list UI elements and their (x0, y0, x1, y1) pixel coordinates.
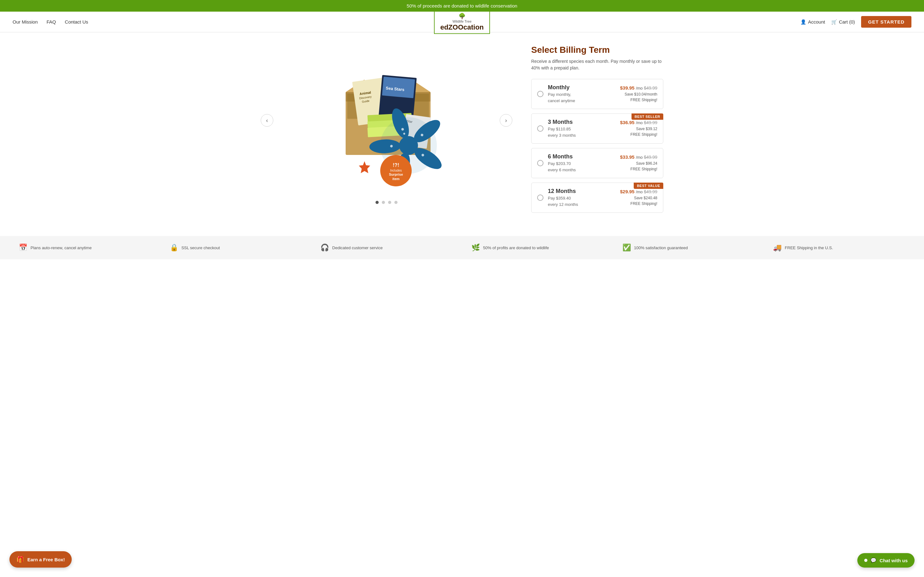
cart-icon: 🛒 (831, 19, 837, 25)
plan-3months-original: $49.99 (644, 120, 657, 125)
nav-contact-us[interactable]: Contact Us (65, 19, 88, 24)
plan-monthly-info: Monthly Pay monthly,cancel anytime (548, 84, 616, 104)
logo-sub: Wildlife Tree (440, 19, 484, 23)
trust-item-customer-service: 🎧 Dedicated customer service (320, 243, 452, 252)
plan-12months-info: 12 Months Pay $359.40every 12 months (548, 188, 616, 208)
plan-3months-detail: Pay $110.85every 3 months (548, 126, 616, 138)
account-label: Account (808, 19, 825, 24)
plan-12months-price: $29.95 (620, 189, 635, 194)
plan-6months[interactable]: 6 Months Pay $203.70every 6 months $33.9… (531, 148, 663, 178)
plan-12months-price-line: $29.95 /mo $49.99 (620, 189, 657, 195)
nav-faq[interactable]: FAQ (47, 19, 56, 24)
plan-12months-pricing: $29.95 /mo $49.99 Save $240.48FREE Shipp… (620, 189, 657, 206)
get-started-button[interactable]: GET STARTED (861, 16, 911, 27)
plan-6months-radio[interactable] (537, 160, 543, 166)
plan-6months-detail: Pay $203.70every 6 months (548, 161, 616, 173)
product-area: ‹ Animal Discovery (261, 45, 512, 217)
plan-12months-radio[interactable] (537, 195, 543, 201)
carousel-next-button[interactable]: › (500, 114, 512, 127)
plan-6months-original: $49.99 (644, 155, 657, 160)
svg-text:!?!: !?! (393, 163, 399, 168)
carousel-prev-button[interactable]: ‹ (261, 114, 273, 127)
logo-box[interactable]: 🌳 Wildlife Tree edZOOcation (434, 10, 490, 34)
plan-monthly-original: $49.99 (644, 85, 657, 90)
banner-text: 50% of proceeds are donated to wildlife … (407, 3, 517, 8)
billing-subtitle: Receive a different species each month. … (531, 58, 663, 71)
carousel-dots (375, 201, 397, 204)
svg-text:Includes: Includes (390, 169, 402, 172)
account-icon: 👤 (800, 19, 806, 25)
logo-tree-icon: 🌳 (440, 13, 484, 19)
plan-monthly-name: Monthly (548, 84, 616, 91)
plan-monthly-price-line: $39.95 /mo $49.99 (620, 85, 657, 91)
plan-6months-savings: Save $96.24FREE Shipping! (620, 161, 657, 172)
header-actions: 👤 Account 🛒 Cart (0) GET STARTED (800, 16, 911, 27)
plan-6months-name: 6 Months (548, 153, 616, 160)
plan-6months-per: /mo (636, 155, 644, 160)
trust-item-shipping: 🚚 FREE Shipping in the U.S. (773, 243, 905, 252)
plan-monthly-detail: Pay monthly,cancel anytime (548, 92, 616, 104)
plan-12months[interactable]: BEST VALUE 12 Months Pay $359.40every 12… (531, 182, 663, 213)
trust-item-satisfaction: ✅ 100% satisfaction guaranteed (622, 243, 754, 252)
billing-title: Select Billing Term (531, 45, 663, 55)
plan-monthly-savings: Save $10.04/monthFREE Shipping! (620, 92, 657, 103)
plan-3months-badge: BEST SELLER (632, 113, 663, 120)
trust-shipping-text: FREE Shipping in the U.S. (785, 245, 833, 250)
carousel-dot-4[interactable] (394, 201, 397, 204)
trust-bar: 📅 Plans auto-renew, cancel anytime 🔒 SSL… (0, 236, 924, 259)
trust-item-wildlife: 🌿 50% of profits are donated to wildlife (472, 243, 604, 252)
plan-3months-price: $36.95 (620, 120, 635, 125)
carousel-dot-1[interactable] (375, 201, 379, 204)
trust-satisfaction-text: 100% satisfaction guaranteed (634, 245, 688, 250)
trust-ssl-text: SSL secure checkout (181, 245, 220, 250)
plan-monthly-price: $39.95 (620, 85, 635, 90)
trust-customer-service-text: Dedicated customer service (332, 245, 383, 250)
svg-text:Surprise: Surprise (389, 172, 403, 176)
plan-3months-price-line: $36.95 /mo $49.99 (620, 120, 657, 126)
carousel-dot-3[interactable] (388, 201, 391, 204)
plan-12months-original: $49.99 (644, 189, 657, 194)
product-illustration: Animal Discovery Guide Sea Stars Star (314, 48, 459, 193)
trust-wildlife-text: 50% of profits are donated to wildlife (483, 245, 549, 250)
plan-monthly-radio[interactable] (537, 91, 543, 97)
plan-3months-name: 3 Months (548, 119, 616, 126)
carousel-dot-2[interactable] (382, 201, 385, 204)
plan-12months-savings: Save $240.48FREE Shipping! (620, 195, 657, 206)
lock-icon: 🔒 (170, 243, 178, 252)
nav-our-mission[interactable]: Our Mission (13, 19, 38, 24)
cart-link[interactable]: 🛒 Cart (0) (831, 19, 855, 25)
svg-marker-15 (359, 161, 370, 173)
header-nav: Our Mission FAQ Contact Us (13, 19, 88, 24)
billing-area: Select Billing Term Receive a different … (531, 45, 663, 217)
plan-monthly[interactable]: Monthly Pay monthly,cancel anytime $39.9… (531, 79, 663, 109)
headset-icon: 🎧 (320, 243, 329, 252)
cart-label: Cart (0) (839, 19, 855, 24)
plan-6months-pricing: $33.95 /mo $49.99 Save $96.24FREE Shippi… (620, 154, 657, 172)
trust-item-autorenew: 📅 Plans auto-renew, cancel anytime (19, 243, 151, 252)
plan-6months-price: $33.95 (620, 154, 635, 160)
logo-area: 🌳 Wildlife Tree edZOOcation (434, 10, 490, 34)
trust-item-ssl: 🔒 SSL secure checkout (170, 243, 302, 252)
carousel: ‹ Animal Discovery (261, 45, 512, 196)
logo-brand: edZOOcation (440, 23, 484, 31)
main-content: ‹ Animal Discovery (242, 32, 682, 230)
calendar-icon: 📅 (19, 243, 27, 252)
plan-monthly-pricing: $39.95 /mo $49.99 Save $10.04/monthFREE … (620, 85, 657, 103)
product-image: Animal Discovery Guide Sea Stars Star (311, 45, 462, 196)
leaf-icon: 🌿 (472, 243, 480, 252)
plan-3months-savings: Save $39.12FREE Shipping! (620, 126, 657, 137)
plan-3months-radio[interactable] (537, 126, 543, 132)
check-icon: ✅ (622, 243, 631, 252)
trust-autorenew-text: Plans auto-renew, cancel anytime (31, 245, 92, 250)
plan-12months-per: /mo (636, 190, 644, 194)
plan-3months[interactable]: BEST SELLER 3 Months Pay $110.85every 3 … (531, 113, 663, 143)
plan-3months-per: /mo (636, 120, 644, 125)
plan-3months-pricing: $36.95 /mo $49.99 Save $39.12FREE Shippi… (620, 120, 657, 137)
account-link[interactable]: 👤 Account (800, 19, 825, 25)
plan-12months-name: 12 Months (548, 188, 616, 195)
plan-6months-info: 6 Months Pay $203.70every 6 months (548, 153, 616, 173)
plan-12months-badge: BEST VALUE (634, 182, 663, 189)
plan-12months-detail: Pay $359.40every 12 months (548, 195, 616, 208)
plan-monthly-per: /mo (636, 86, 644, 90)
truck-icon: 🚚 (773, 243, 782, 252)
